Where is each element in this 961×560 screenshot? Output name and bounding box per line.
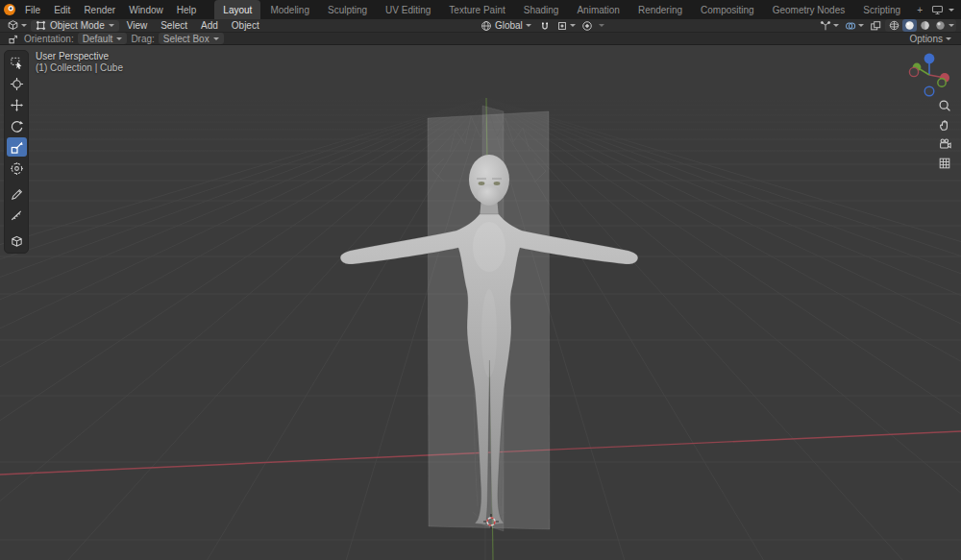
viewport-overlay-text: User Perspective (1) Collection | Cube — [36, 51, 123, 74]
mode-chevron-icon — [109, 24, 114, 27]
tool-select-box[interactable] — [7, 53, 27, 72]
gizmo-z-axis — [924, 54, 935, 64]
orientation-dropdown[interactable]: Global — [477, 20, 535, 32]
orientation-default-chevron-icon — [116, 37, 122, 40]
menu-file[interactable]: File — [18, 3, 47, 17]
toggle-xray-icon[interactable] — [868, 19, 883, 32]
gizmos-chevron-icon — [833, 24, 839, 27]
menu-object[interactable]: Object — [226, 19, 265, 32]
menu-add[interactable]: Add — [195, 19, 224, 32]
orientation-chevron-icon — [526, 24, 531, 27]
3d-viewport[interactable]: User Perspective (1) Collection | Cube — [0, 45, 961, 560]
viewport-header: Object Mode View Select Add Object Globa… — [0, 19, 961, 33]
pan-hand-icon[interactable] — [937, 117, 952, 132]
menu-edit[interactable]: Edit — [47, 3, 77, 17]
viewport-scene[interactable] — [0, 45, 961, 560]
snap-target-dropdown[interactable] — [554, 19, 578, 32]
navigation-gizmo[interactable] — [901, 47, 957, 103]
options-chevron-icon — [946, 37, 951, 40]
shading-wireframe-icon[interactable] — [887, 19, 901, 32]
tab-animation[interactable]: Animation — [568, 0, 628, 19]
shading-solid-icon[interactable] — [902, 19, 917, 32]
tab-sculpting[interactable]: Sculpting — [319, 0, 376, 19]
menu-help[interactable]: Help — [170, 3, 204, 17]
blender-window: File Edit Render Window Help Layout Mode… — [0, 0, 961, 560]
mode-label: Object Mode — [50, 20, 105, 31]
shading-group — [885, 19, 956, 32]
tab-rendering[interactable]: Rendering — [629, 0, 691, 19]
tool-settings-bar: Orientation: Default Drag: Select Box Op… — [0, 33, 961, 45]
orientation-default-dropdown[interactable]: Default — [78, 33, 128, 44]
active-tool-icon — [6, 33, 20, 45]
zoom-icon[interactable] — [937, 98, 952, 112]
drag-mode-dropdown[interactable]: Select Box — [159, 33, 224, 44]
shading-material-icon[interactable] — [918, 19, 932, 32]
tab-geometry-nodes[interactable]: Geometry Nodes — [764, 0, 854, 19]
add-workspace-button[interactable]: + — [910, 0, 929, 19]
tool-scale[interactable] — [7, 137, 27, 157]
viewport-nav-buttons — [937, 98, 952, 170]
shading-rendered-icon[interactable] — [933, 19, 948, 32]
tool-rotate[interactable] — [7, 116, 27, 135]
viewport-display-group — [818, 19, 956, 32]
gizmo-neg-z-axis — [924, 86, 934, 96]
menu-render[interactable]: Render — [77, 3, 122, 17]
menu-view[interactable]: View — [121, 19, 154, 32]
status-chevron-icon[interactable] — [949, 9, 954, 12]
blender-logo-icon[interactable] — [0, 3, 18, 16]
orientation-settings-label: Orientation: — [24, 34, 74, 44]
display-status-icon[interactable] — [929, 4, 946, 16]
show-overlays-dropdown[interactable] — [843, 19, 866, 32]
tab-compositing[interactable]: Compositing — [692, 0, 763, 19]
tool-shelf — [4, 50, 29, 254]
gizmo-neg-y-axis — [938, 79, 946, 86]
gizmo-neg-x-axis — [909, 67, 918, 76]
workspace-tabs: Layout Modeling Sculpting UV Editing Tex… — [214, 0, 929, 19]
tab-uv-editing[interactable]: UV Editing — [377, 0, 439, 19]
topbar: File Edit Render Window Help Layout Mode… — [0, 0, 961, 19]
menu-window[interactable]: Window — [122, 3, 170, 17]
tab-shading[interactable]: Shading — [515, 0, 568, 19]
tool-add-cube[interactable] — [7, 231, 27, 251]
active-object-label: (1) Collection | Cube — [36, 62, 123, 74]
mode-dropdown[interactable]: Object Mode — [31, 20, 119, 32]
drag-chevron-icon — [213, 37, 219, 40]
tool-measure[interactable] — [7, 206, 27, 225]
camera-view-icon[interactable] — [937, 136, 952, 151]
falloff-dropdown[interactable] — [597, 19, 606, 32]
drag-mode-value: Select Box — [163, 34, 209, 44]
snap-magnet-icon[interactable] — [537, 19, 553, 32]
overlays-chevron-icon — [858, 24, 864, 27]
tab-texture-paint[interactable]: Texture Paint — [440, 0, 513, 19]
orientation-global-label: Global — [495, 20, 523, 31]
tool-transform[interactable] — [7, 158, 27, 178]
tab-modeling[interactable]: Modeling — [261, 0, 318, 19]
snap-chevron-icon — [570, 24, 576, 27]
orientation-default-value: Default — [83, 34, 113, 44]
orthographic-toggle-icon[interactable] — [937, 156, 952, 170]
tab-layout[interactable]: Layout — [214, 0, 260, 19]
transform-snap-group: Global — [477, 19, 606, 32]
view-perspective-label: User Perspective — [36, 51, 123, 62]
drag-label: Drag: — [131, 34, 154, 44]
editor-type-chevron-icon — [21, 24, 27, 27]
options-label: Options — [910, 34, 943, 44]
tab-scripting[interactable]: Scripting — [854, 0, 909, 19]
show-gizmos-dropdown[interactable] — [818, 19, 841, 32]
topbar-status — [929, 4, 961, 16]
menu-select[interactable]: Select — [155, 19, 193, 32]
proportional-editing-icon[interactable] — [579, 19, 595, 32]
shading-chevron-icon[interactable] — [949, 24, 954, 27]
tool-cursor[interactable] — [7, 74, 27, 93]
tool-move[interactable] — [7, 95, 27, 114]
options-dropdown[interactable]: Options — [906, 34, 955, 44]
tool-annotate[interactable] — [7, 184, 27, 204]
editor-type-dropdown[interactable] — [5, 19, 29, 32]
falloff-chevron-icon — [599, 24, 604, 27]
